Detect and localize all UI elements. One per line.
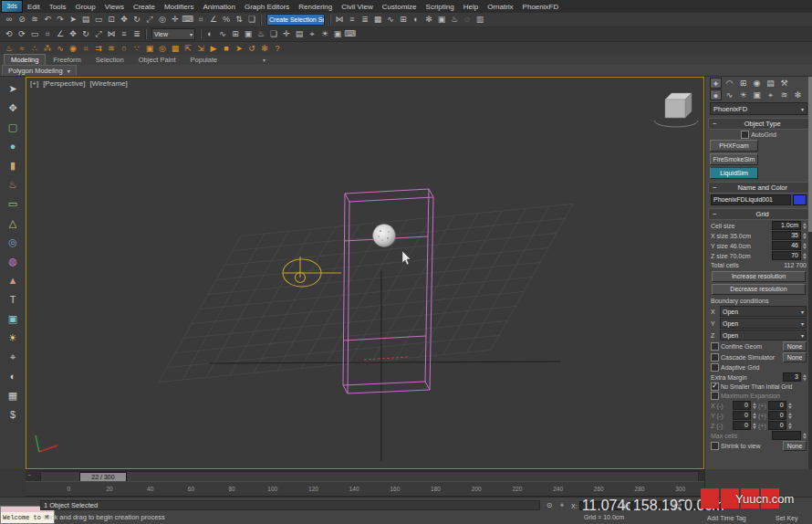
viewport-shading-menu[interactable]: [Wireframe] [89,79,127,88]
phoenix-body-icon[interactable]: ○ [118,43,130,55]
phoenix-wind-icon[interactable]: ≋ [105,43,118,55]
layers-tool-icon[interactable]: ≣ [130,28,143,40]
select-and-manipulate-icon[interactable]: ✛ [169,14,182,26]
phoenix-grid-icon[interactable]: ⌗ [79,43,92,55]
manipulate-2-icon[interactable]: ✛ [280,28,293,40]
cascade-simulator-checkbox[interactable]: ✓ [711,353,719,362]
select-and-link-icon[interactable]: ∞ [3,14,16,26]
phoenix-preview-icon[interactable]: ◎ [156,43,169,55]
modify-tab-icon[interactable]: ◠ [724,78,735,89]
teapot-primitive-icon[interactable]: ♨ [4,175,22,194]
select-by-name-icon[interactable]: ▤ [79,14,92,26]
phoenix-liquid-icon[interactable]: ≈ [16,43,28,55]
angle-snap-2-icon[interactable]: ∠ [54,28,67,40]
menu-item[interactable]: Views [100,3,129,11]
camera-object-icon[interactable]: ▣ [4,309,22,329]
phoenix-settings-icon[interactable]: ✻ [258,43,271,55]
spinner-arrows-icon[interactable] [753,423,756,429]
menu-item[interactable]: Scripting [422,3,459,11]
object-type-rollout[interactable]: −Object Type [708,118,809,130]
reference-coordinate-dropdown[interactable]: View ▾ [151,28,195,40]
box-primitive-icon[interactable]: ▢ [4,118,22,137]
pyramid-primitive-icon[interactable]: ▲ [4,271,22,290]
phoenix-particle-icon[interactable]: ∵ [130,43,143,55]
ribbon-tab[interactable]: Selection [88,54,131,65]
tube-primitive-icon[interactable]: ◍ [4,252,22,271]
menu-item[interactable]: Modifiers [160,3,198,11]
expansion-plus-spinner[interactable]: 0 [768,421,786,430]
spinner-arrows-icon[interactable] [803,233,807,239]
expansion-plus-spinner[interactable]: 0 [768,401,786,410]
grid-size-spinner[interactable]: 35 [772,231,801,240]
edit-selection-sets-icon[interactable]: ❏ [245,14,258,26]
select-object-icon[interactable]: ➤ [67,14,79,26]
helper-object-icon[interactable]: ⌖ [4,348,22,367]
expansion-minus-spinner[interactable]: 0 [733,401,751,410]
undo-view-icon[interactable]: ⟲ [3,28,16,40]
render-region-icon[interactable]: ▣ [242,28,255,40]
grid-snap-icon[interactable]: ⌗ [41,28,54,40]
snaps-toggle-icon[interactable]: ⌗ [194,14,207,26]
redo-icon[interactable]: ↷ [54,14,67,26]
autogrid-checkbox[interactable]: ✓ [741,131,749,139]
render-setup-icon[interactable]: ✻ [422,14,435,26]
mirror-tool-icon[interactable]: ⋈ [105,28,118,40]
schematic-2-icon[interactable]: ⊞ [229,28,242,40]
scale-tool-icon[interactable]: ⤢ [92,28,105,40]
boundary-dropdown[interactable]: Open ▾ [720,318,807,329]
ribbon-tab[interactable]: Populate [183,54,225,65]
graphite-ribbon-icon[interactable]: ▦ [371,14,384,26]
viewport-general-menu[interactable]: [+] [30,79,38,88]
menu-item[interactable]: PhoenixFD [518,3,564,11]
phoenix-cache-icon[interactable]: ▦ [169,43,182,55]
display-toggle-icon[interactable]: ▥ [474,14,486,26]
object-type-button[interactable]: FireSmokeSim [710,153,758,165]
helpers-2-icon[interactable]: ⌖ [306,28,318,40]
rectangular-selection-icon[interactable]: ▭ [92,14,105,26]
undo-icon[interactable]: ↶ [41,14,54,26]
cameras-icon[interactable]: ▣ [751,89,763,100]
render-production-icon[interactable]: ♨ [448,14,461,26]
rendered-frame-icon[interactable]: ▣ [435,14,448,26]
material-editor-icon[interactable]: ◐ [410,14,422,26]
text-shape-icon[interactable]: T [4,290,22,309]
percent-snap-icon[interactable]: % [220,14,233,26]
object-name-field[interactable]: PhoenixFDLiquid001 [711,194,791,205]
script-tool-icon[interactable]: $ [4,405,22,424]
phoenix-render-icon[interactable]: ▣ [143,43,156,55]
named-selection-sets-dropdown[interactable]: Create Selection Set ▾ [266,14,325,26]
no-smaller-checkbox[interactable]: ✓ [711,383,719,391]
menu-item[interactable]: Tools [45,3,71,11]
move-tool-icon[interactable]: ✥ [67,28,79,40]
coord-x-field[interactable]: 11.074cm [579,501,621,510]
spinner-arrows-icon[interactable] [753,403,756,409]
angle-snap-icon[interactable]: ∠ [207,14,220,26]
phoenix-wave-icon[interactable]: ∿ [54,43,67,55]
time-slider[interactable]: − 22 / 300 [26,469,704,481]
phoenix-stop-icon[interactable]: ■ [220,43,233,55]
select-and-move-icon[interactable]: ✥ [118,14,130,26]
rotate-tool-icon[interactable]: ↻ [79,28,92,40]
grid-size-spinner[interactable]: 46 [772,241,801,250]
set-key-label[interactable]: Set Key [776,515,798,521]
menu-item[interactable]: Customize [378,3,422,11]
phoenix-foam-icon[interactable]: ∴ [28,43,41,55]
phoenix-import-icon[interactable]: ⇲ [194,43,207,55]
plugin-category-dropdown[interactable]: PhoenixFD ▾ [710,102,807,115]
grid-size-spinner[interactable]: 1.0cm [772,221,801,230]
command-panel-scrollbar[interactable] [808,77,812,469]
name-color-rollout[interactable]: −Name and Color [708,182,809,194]
unlink-selection-icon[interactable]: ⊘ [16,14,28,26]
mirror-icon[interactable]: ⋈ [333,14,346,26]
increase-resolution-button[interactable]: Increase resolution [712,271,806,282]
add-time-tag[interactable]: Add Time Tag [707,515,746,521]
plane-primitive-icon[interactable]: ▭ [4,194,22,214]
spinner-arrows-icon[interactable] [803,374,807,381]
expansion-minus-spinner[interactable]: 0 [733,411,751,420]
space-warps-icon[interactable]: ≋ [778,89,790,100]
geometry-icon[interactable]: ● [710,89,722,100]
menu-item[interactable]: Civil View [337,3,378,11]
light-object-icon[interactable]: ☀ [4,329,22,348]
move-tool-icon[interactable]: ✥ [4,99,22,118]
spinner-arrows-icon[interactable] [803,243,807,249]
